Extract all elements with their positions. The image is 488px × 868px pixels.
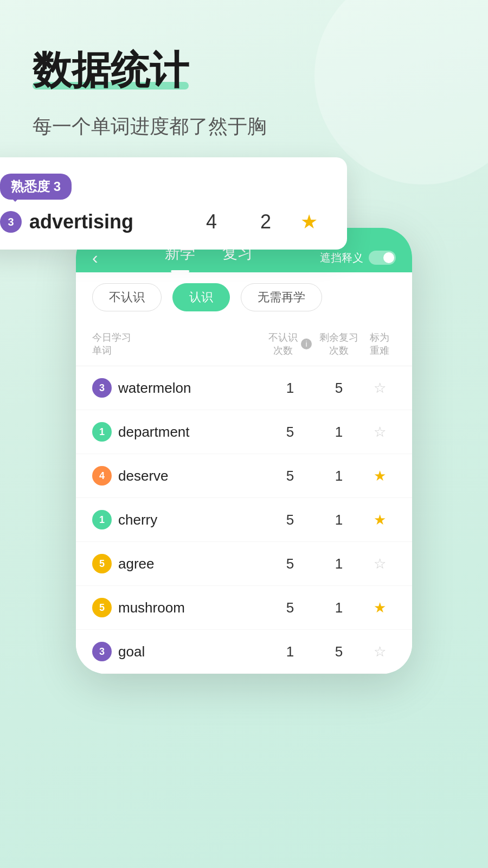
- table-header: 今日学习 单词 不认识次数 i 剩余复习次数 标为重难: [76, 322, 412, 366]
- badge-watermelon: 3: [92, 378, 112, 398]
- remaining-mushroom: 1: [314, 599, 363, 616]
- word-item-goal: 3 goal 1 5 ☆: [76, 630, 412, 674]
- word-item-deserve: 4 deserve 5 1 ★: [76, 454, 412, 498]
- badge-deserve: 4: [92, 466, 112, 486]
- star-agree[interactable]: ☆: [363, 556, 396, 572]
- unknown-goal: 1: [266, 643, 314, 660]
- word-watermelon: watermelon: [118, 380, 266, 397]
- featured-word-row: 3 advertising 4 2 ★: [0, 210, 325, 233]
- word-item-agree: 5 agree 5 1 ☆: [76, 542, 412, 586]
- featured-word-text: advertising: [29, 210, 184, 233]
- word-agree: agree: [118, 556, 266, 572]
- th-mark-hard: 标为重难: [363, 331, 396, 357]
- phone-mockup-container: ‹ 新学 复习 遮挡释义 不认识 认识 无需再学 今日学习 单词: [76, 228, 412, 674]
- badge-goal: 3: [92, 642, 112, 661]
- word-department: department: [118, 424, 266, 441]
- unknown-agree: 5: [266, 556, 314, 572]
- back-button[interactable]: ‹: [92, 248, 98, 268]
- remaining-department: 1: [314, 424, 363, 441]
- word-mushroom: mushroom: [118, 599, 266, 616]
- remaining-goal: 5: [314, 643, 363, 660]
- filter-unknown-button[interactable]: 不认识: [92, 283, 162, 311]
- star-deserve[interactable]: ★: [363, 468, 396, 484]
- remaining-cherry: 1: [314, 512, 363, 528]
- unknown-mushroom: 5: [266, 599, 314, 616]
- featured-star-icon[interactable]: ★: [293, 210, 325, 233]
- word-goal: goal: [118, 643, 266, 660]
- star-department[interactable]: ☆: [363, 424, 396, 441]
- filter-bar: 不认识 认识 无需再学: [76, 272, 412, 322]
- word-item-cherry: 1 cherry 5 1 ★: [76, 498, 412, 542]
- familiarity-tag: 熟悉度 3: [0, 174, 72, 200]
- remaining-deserve: 1: [314, 468, 363, 484]
- featured-word-badge: 3: [0, 211, 22, 233]
- word-list: 3 watermelon 1 5 ☆ 1 department 5 1 ☆ 4 …: [76, 366, 412, 674]
- th-remaining-count: 剩余复习次数: [314, 331, 363, 357]
- unknown-cherry: 5: [266, 512, 314, 528]
- remaining-agree: 1: [314, 556, 363, 572]
- info-icon: i: [301, 339, 312, 349]
- word-item-mushroom: 5 mushroom 5 1 ★: [76, 586, 412, 630]
- page-title: 数据统计: [33, 49, 189, 92]
- unknown-department: 5: [266, 424, 314, 441]
- word-item-watermelon: 3 watermelon 1 5 ☆: [76, 366, 412, 410]
- badge-department: 1: [92, 422, 112, 442]
- word-cherry: cherry: [118, 512, 266, 528]
- star-mushroom[interactable]: ★: [363, 599, 396, 616]
- star-cherry[interactable]: ★: [363, 512, 396, 528]
- th-today-words: 今日学习 单词: [92, 331, 266, 357]
- remaining-watermelon: 5: [314, 380, 363, 397]
- badge-cherry: 1: [92, 510, 112, 529]
- phone-mockup: ‹ 新学 复习 遮挡释义 不认识 认识 无需再学 今日学习 单词: [76, 228, 412, 674]
- page-subtitle: 每一个单词进度都了然于胸: [33, 113, 455, 140]
- star-watermelon[interactable]: ☆: [363, 380, 396, 397]
- word-deserve: deserve: [118, 468, 266, 484]
- filter-known-button[interactable]: 认识: [172, 283, 230, 311]
- word-item-department: 1 department 5 1 ☆: [76, 410, 412, 454]
- star-goal[interactable]: ☆: [363, 643, 396, 660]
- th-unknown-count: 不认识次数 i: [266, 331, 314, 357]
- unknown-deserve: 5: [266, 468, 314, 484]
- toggle-label: 遮挡释义: [320, 251, 363, 265]
- badge-agree: 5: [92, 554, 112, 573]
- unknown-watermelon: 1: [266, 380, 314, 397]
- meaning-toggle[interactable]: [369, 251, 396, 265]
- filter-no-need-button[interactable]: 无需再学: [241, 283, 322, 311]
- featured-unknown-count: 4: [184, 210, 239, 233]
- top-section: 数据统计 每一个单词进度都了然于胸: [33, 49, 455, 140]
- floating-word-card: 熟悉度 3 3 advertising 4 2 ★: [0, 157, 347, 250]
- nav-right-controls: 遮挡释义: [320, 251, 396, 265]
- featured-remaining-count: 2: [239, 210, 293, 233]
- badge-mushroom: 5: [92, 598, 112, 617]
